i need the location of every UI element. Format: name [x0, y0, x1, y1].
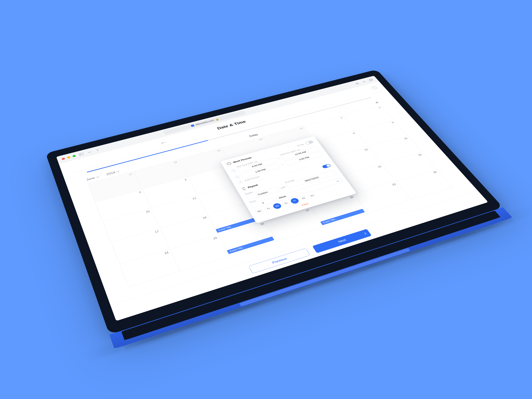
- day-number: 22: [377, 165, 382, 168]
- add-event-button[interactable]: +: [374, 100, 380, 105]
- day-number: 23: [418, 153, 422, 157]
- day-number: 31: [299, 127, 304, 130]
- svg-rect-0: [79, 153, 83, 156]
- wizard-footer: Previous Next: [110, 190, 488, 321]
- calendar-day[interactable]: 29: [354, 181, 411, 213]
- day-number: 30: [258, 138, 263, 141]
- day-chip-tu[interactable]: Tu: [263, 205, 274, 212]
- laptop-keyboard: [109, 207, 513, 349]
- day-chip-su[interactable]: Su: [307, 192, 317, 199]
- day-number: 20: [293, 190, 298, 193]
- svg-line-1: [80, 153, 81, 155]
- calendar-day[interactable]: 4: [142, 177, 197, 208]
- year-dropdown[interactable]: 2019: [106, 170, 120, 176]
- day-number: 12: [237, 184, 242, 187]
- sidebar-toggle-icon[interactable]: [78, 152, 85, 156]
- calendar-event[interactable]: Event Title…: [216, 216, 262, 233]
- calendar-day[interactable]: 21Event Title…: [298, 176, 354, 207]
- clear-button[interactable]: Clear: [258, 190, 350, 219]
- next-button[interactable]: Next: [312, 229, 372, 253]
- every-label: Every: [249, 195, 272, 203]
- clock-icon: [226, 162, 232, 165]
- new-tab-icon[interactable]: [361, 80, 367, 84]
- day-number: 11: [192, 197, 197, 200]
- end-date-input[interactable]: 08/27/2019: [286, 170, 337, 189]
- window-minimize-icon[interactable]: [67, 156, 71, 159]
- day-number: 18: [202, 216, 207, 220]
- repeat-toggle[interactable]: [322, 164, 331, 169]
- back-arrow-icon[interactable]: [161, 141, 167, 144]
- day-number: 10: [145, 210, 150, 214]
- chevron-down-icon[interactable]: [86, 150, 93, 154]
- window-close-icon[interactable]: [61, 158, 65, 160]
- range-dash: —: [280, 163, 285, 166]
- svg-line-5: [363, 81, 365, 82]
- day-number: 3: [139, 191, 141, 194]
- day-number: 27: [305, 209, 310, 212]
- remove-period-icon[interactable]: ×: [234, 175, 241, 179]
- browser-back-icon[interactable]: [94, 148, 101, 152]
- calendar-day[interactable]: 3: [95, 189, 151, 222]
- day-number: 28: [173, 161, 178, 164]
- day-number: 27: [128, 173, 133, 176]
- day-chip-mo[interactable]: Mo: [254, 208, 265, 215]
- lock-icon: 🔒: [215, 118, 219, 121]
- calendar-day[interactable]: 26Event Title…: [218, 221, 278, 256]
- arrow-right-icon: [363, 233, 366, 234]
- day-number: 26: [260, 222, 265, 226]
- today-button[interactable]: Today: [248, 133, 258, 138]
- share-icon[interactable]: [354, 82, 361, 85]
- help-icon[interactable]: ?: [371, 86, 378, 90]
- year-label: 2019: [106, 171, 116, 176]
- calendar-day[interactable]: 11: [151, 195, 208, 228]
- all-day-label: All Day: [296, 143, 304, 147]
- calendar-event[interactable]: Event Title…: [307, 190, 351, 205]
- calendar-day[interactable]: 12: [197, 182, 253, 214]
- range-dash: —: [276, 157, 281, 160]
- calendar-day[interactable]: 19Event Title…: [208, 201, 265, 234]
- day-number: 1: [340, 117, 343, 119]
- calendar-day[interactable]: 27: [265, 207, 324, 241]
- day-chip-fr[interactable]: Fr: [289, 197, 300, 204]
- previous-button[interactable]: Previous: [248, 248, 310, 273]
- repeat-type-select[interactable]: Custom: [246, 187, 280, 200]
- calendar-day[interactable]: 10: [103, 208, 160, 243]
- repeat-days-row: MoTuWeThFrSaSu: [254, 183, 347, 215]
- calendar-day[interactable]: 24: [120, 249, 180, 287]
- remove-period-icon[interactable]: ×: [230, 169, 237, 173]
- calendar-day[interactable]: 28Event Title…: [310, 194, 368, 227]
- day-number: 29: [391, 183, 397, 186]
- chevron-down-icon: [336, 180, 339, 182]
- window-zoom-icon[interactable]: [72, 155, 76, 157]
- day-number: 2: [378, 106, 381, 109]
- repeat-heading: Repeat: [241, 184, 259, 190]
- calendar-day[interactable]: 17: [111, 228, 170, 264]
- calendar-event[interactable]: Event Title…: [227, 236, 274, 254]
- day-chip-sa[interactable]: Sa: [298, 195, 309, 202]
- all-day-toggle[interactable]: [304, 140, 314, 145]
- day-number: 19: [248, 203, 253, 206]
- month-dropdown[interactable]: June: [86, 175, 99, 181]
- day-chip-th[interactable]: Th: [281, 200, 291, 207]
- repeat-type-label: Repeat: [244, 184, 277, 195]
- every-unit-select[interactable]: Week: [275, 178, 343, 201]
- day-chip-we[interactable]: We: [272, 203, 282, 210]
- day-number: 28: [349, 196, 354, 199]
- window-traffic-lights[interactable]: [61, 155, 76, 160]
- calendar-day[interactable]: 18: [160, 214, 218, 249]
- calendar-event[interactable]: Event Title…: [320, 209, 365, 225]
- repeat-icon: [241, 187, 247, 191]
- day-number: 30: [432, 171, 437, 174]
- day-number: 25: [213, 236, 218, 240]
- day-number: 4: [184, 178, 187, 181]
- calendar-day[interactable]: 25: [170, 234, 230, 271]
- add-period-icon[interactable]: +: [237, 180, 244, 184]
- day-number: 8: [352, 132, 355, 134]
- tabs-overview-icon[interactable]: [367, 78, 374, 82]
- chevron-down-icon: [116, 170, 119, 172]
- until-label: untill: [280, 186, 287, 190]
- calendar-day[interactable]: 20: [253, 188, 310, 221]
- day-number: 15: [364, 148, 369, 151]
- every-count-input[interactable]: 1: [251, 197, 276, 209]
- day-number: 24: [164, 251, 169, 255]
